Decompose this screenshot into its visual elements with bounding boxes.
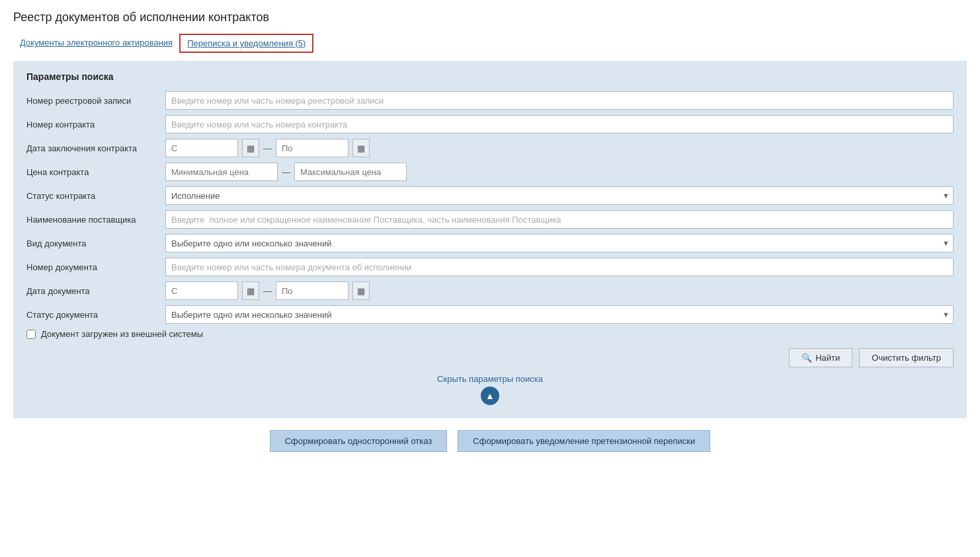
date-to-contract[interactable]	[276, 139, 348, 157]
search-button[interactable]: 🔍 Найти	[789, 348, 852, 367]
calendar-icon-3: ▦	[247, 286, 255, 296]
row-supplier-name: Наименование поставщика	[26, 210, 954, 229]
row-document-number: Номер документа	[26, 258, 954, 276]
calendar-from-contract[interactable]: ▦	[242, 139, 259, 157]
hide-search-row: Скрыть параметры поиска ▲	[26, 374, 954, 405]
chevron-up-icon: ▲	[485, 390, 495, 401]
hide-search-arrow-button[interactable]: ▲	[481, 387, 499, 405]
input-supplier-name[interactable]	[165, 210, 954, 229]
row-contract-date: Дата заключения контракта ▦ — ▦	[26, 139, 954, 157]
row-contract-price: Цена контракта —	[26, 163, 954, 181]
label-supplier-name: Наименование поставщика	[26, 215, 165, 225]
select-document-status[interactable]: Выберите одно или несколько значений	[165, 305, 954, 324]
search-icon: 🔍	[801, 353, 812, 363]
calendar-from-document[interactable]: ▦	[242, 281, 259, 300]
input-registry-number[interactable]	[165, 91, 954, 110]
calendar-to-contract[interactable]: ▦	[352, 139, 370, 157]
label-document-type: Вид документа	[26, 239, 165, 248]
select-document-type[interactable]: Выберите одно или несколько значений	[165, 234, 954, 252]
label-document-number: Номер документа	[26, 262, 165, 272]
input-contract-number[interactable]	[165, 115, 954, 133]
page-title: Реестр документов об исполнении контракт…	[13, 11, 967, 24]
label-document-date: Дата документа	[26, 286, 165, 296]
row-contract-status: Статус контракта Исполнение Завершен Рас…	[26, 186, 954, 205]
select-wrapper-document-type: Выберите одно или несколько значений ▼	[165, 234, 954, 252]
search-panel: Параметры поиска Номер реестровой записи…	[13, 61, 967, 418]
calendar-icon: ▦	[247, 143, 255, 153]
date-range-document: ▦ — ▦	[165, 281, 954, 300]
label-contract-date: Дата заключения контракта	[26, 143, 165, 153]
select-wrapper-document-status: Выберите одно или несколько значений ▼	[165, 305, 954, 324]
bottom-actions-row: Сформировать односторонний отказ Сформир…	[13, 430, 967, 452]
checkbox-external[interactable]	[26, 330, 36, 339]
select-wrapper-contract-status: Исполнение Завершен Расторгнут ▼	[165, 186, 954, 205]
checkbox-external-label: Документ загружен из внешней системы	[41, 329, 203, 339]
checkbox-row-external: Документ загружен из внешней системы	[26, 329, 954, 339]
row-document-status: Статус документа Выберите одно или неско…	[26, 305, 954, 324]
btn-pretension-notification[interactable]: Сформировать уведомление претензионной п…	[458, 430, 710, 452]
price-max[interactable]	[294, 163, 407, 181]
hide-search-link[interactable]: Скрыть параметры поиска	[437, 374, 543, 384]
calendar-to-document[interactable]: ▦	[352, 281, 370, 300]
price-dash: —	[282, 167, 290, 177]
calendar-icon-2: ▦	[357, 143, 365, 153]
calendar-icon-4: ▦	[357, 286, 365, 296]
tab-correspondence[interactable]: Переписка и уведомления (5)	[179, 34, 313, 53]
tabs: Документы электронного актирования Переп…	[13, 34, 967, 53]
row-registry-number: Номер реестровой записи	[26, 91, 954, 110]
price-range: —	[165, 163, 954, 181]
label-registry-number: Номер реестровой записи	[26, 96, 165, 106]
price-min[interactable]	[165, 163, 278, 181]
clear-filter-label: Очистить фильтр	[872, 353, 941, 363]
row-contract-number: Номер контракта	[26, 115, 954, 133]
label-contract-price: Цена контракта	[26, 167, 165, 177]
search-button-label: Найти	[815, 353, 840, 363]
date-range-contract: ▦ — ▦	[165, 139, 954, 157]
date-from-document[interactable]	[165, 281, 238, 300]
btn-unilateral-refusal[interactable]: Сформировать односторонний отказ	[270, 430, 448, 452]
search-panel-title: Параметры поиска	[26, 71, 954, 82]
label-contract-number: Номер контракта	[26, 120, 165, 130]
label-contract-status: Статус контракта	[26, 191, 165, 201]
date-dash-contract: —	[263, 143, 272, 153]
tab-electronic[interactable]: Документы электронного актирования	[13, 34, 179, 53]
input-document-number[interactable]	[165, 258, 954, 276]
row-document-type: Вид документа Выберите одно или нескольк…	[26, 234, 954, 252]
label-document-status: Статус документа	[26, 310, 165, 320]
search-buttons-row: 🔍 Найти Очистить фильтр	[26, 348, 954, 367]
row-document-date: Дата документа ▦ — ▦	[26, 281, 954, 300]
clear-filter-button[interactable]: Очистить фильтр	[859, 348, 954, 367]
date-from-contract[interactable]	[165, 139, 238, 157]
select-contract-status[interactable]: Исполнение Завершен Расторгнут	[165, 186, 954, 205]
date-dash-document: —	[263, 286, 272, 296]
date-to-document[interactable]	[276, 281, 348, 300]
